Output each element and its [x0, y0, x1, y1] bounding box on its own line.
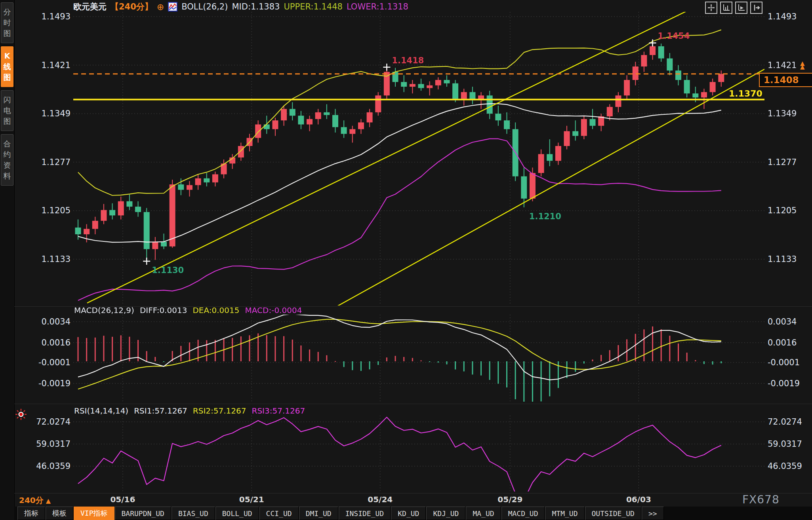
y-axis-label-right: 1.1277	[768, 158, 797, 167]
indicator-tab[interactable]: INSIDE_UD	[339, 507, 391, 520]
kline-icon[interactable]	[168, 2, 177, 11]
indicator-tab[interactable]: MACD_UD	[501, 507, 545, 520]
rsi-panel-chart[interactable]	[73, 416, 764, 492]
sidebar-item-contract-info[interactable]: 合约资料	[1, 134, 13, 186]
macd-axis-label-right: 0.0016	[768, 338, 797, 347]
macd-axis-label-right: -0.0001	[768, 358, 800, 367]
indicator-tab-bar: 指标模板VIP指标BARUPDN_UDBIAS_UDBOLL_UDCCI_UDD…	[14, 507, 812, 520]
trading-terminal: 分时图K线图闪电图合约资料 欧元美元 【240分】 ⊕ BOLL(26,2) M…	[0, 0, 812, 520]
boll-upper-value: UPPER:1.1448	[284, 2, 342, 11]
indicator-tab[interactable]: >>	[642, 507, 664, 520]
y-axis-label-left: 1.1493	[35, 12, 71, 21]
indicator-tab[interactable]: DMI_UD	[299, 507, 338, 520]
indicator-tab[interactable]: MA_UD	[466, 507, 501, 520]
macd-header: MACD(26,12,9) DIFF:0.0013 DEA:0.0015 MAC…	[74, 306, 302, 315]
indicator-tab[interactable]: BOLL_UD	[215, 507, 259, 520]
x-axis-date-label: 06/03	[626, 495, 651, 504]
y-axis-label-right: 1.1349	[768, 109, 797, 118]
sidebar-item-kline-chart[interactable]: K线图	[1, 46, 13, 87]
y-axis-label-left: 1.1277	[35, 158, 71, 167]
period-badge[interactable]: 【240分】	[111, 1, 153, 12]
chevron-up-icon: ▲	[46, 497, 51, 505]
macd-label: MACD(26,12,9)	[74, 306, 134, 315]
indicator-tab[interactable]: VIP指标	[74, 507, 114, 520]
indicator-tab[interactable]: MTM_UD	[545, 507, 584, 520]
macd-axis-label-left: -0.0019	[35, 379, 71, 388]
indicator-tab[interactable]: BARUPDN_UD	[115, 507, 171, 520]
support-price-label: 1.1370	[729, 89, 762, 99]
y-axis-label-left: 1.1421	[35, 61, 71, 70]
boll-lower-value: LOWER:1.1318	[347, 2, 408, 11]
x-axis-date-label: 05/29	[497, 495, 522, 504]
indicator-tab[interactable]: 模板	[46, 507, 73, 520]
rsi-axis-label-right: 72.0274	[768, 417, 802, 427]
boll-mid-value: MID:1.1383	[232, 2, 280, 11]
indicator-tab[interactable]: 指标	[17, 507, 45, 520]
rsi-label: RSI(14,14,14)	[74, 406, 128, 416]
circle-plus-icon[interactable]: ⊕	[157, 2, 164, 12]
y-axis-label-left: 1.1349	[35, 109, 71, 118]
boll-label: BOLL(26,2)	[181, 2, 228, 11]
macd-value: MACD:-0.0004	[245, 306, 302, 315]
y-axis-label-right: 1.1133	[768, 254, 797, 264]
macd-diff-value: DIFF:0.0013	[140, 306, 187, 315]
rsi-axis-label-right: 46.0359	[768, 461, 802, 471]
indicator-tab[interactable]: KD_UD	[391, 507, 426, 520]
price-up-arrow-icon: ▲▲	[800, 62, 805, 69]
main-candlestick-chart[interactable]	[73, 12, 764, 306]
chart-header: 欧元美元 【240分】 ⊕ BOLL(26,2) MID:1.1383 UPPE…	[73, 1, 408, 12]
rsi3-value: RSI3:57.1267	[252, 406, 305, 416]
rsi-axis-label-left: 46.0359	[35, 461, 71, 471]
indicator-tab[interactable]: OUTSIDE_UD	[585, 507, 641, 520]
macd-dea-value: DEA:0.0015	[193, 306, 239, 315]
macd-axis-label-right: -0.0019	[768, 379, 800, 388]
sidebar-item-flash-chart[interactable]: 闪电图	[1, 90, 13, 131]
y-axis-label-left: 1.1133	[35, 254, 71, 264]
symbol-title: 欧元美元	[73, 1, 107, 12]
indicator-tab[interactable]: BIAS_UD	[172, 507, 215, 520]
rsi-header: RSI(14,14,14) RSI1:57.1267 RSI2:57.1267 …	[74, 406, 305, 416]
rsi-axis-label-left: 59.0317	[35, 439, 71, 449]
macd-axis-label-right: 0.0034	[768, 317, 797, 326]
rsi-axis-label-left: 72.0274	[35, 417, 71, 427]
rsi-axis-label-right: 59.0317	[768, 439, 802, 449]
indicator-tab[interactable]: CCI_UD	[259, 507, 299, 520]
macd-panel-chart[interactable]	[73, 315, 764, 402]
sidebar: 分时图K线图闪电图合约资料	[0, 0, 15, 520]
rsi2-value: RSI2:57.1267	[193, 406, 246, 416]
watermark: FX678	[742, 493, 780, 506]
macd-axis-label-left: 0.0016	[35, 338, 71, 347]
alarm-sun-icon[interactable]	[15, 408, 27, 420]
x-axis-date-label: 05/21	[239, 495, 264, 504]
macd-axis-label-left: -0.0001	[35, 358, 71, 367]
y-axis-label-left: 1.1205	[35, 206, 71, 215]
macd-axis-label-left: 0.0034	[35, 317, 71, 326]
rsi1-value: RSI1:57.1267	[134, 406, 187, 416]
current-price-box[interactable]: 1.1408	[759, 73, 812, 87]
y-axis-label-right: 1.1493	[768, 12, 797, 21]
y-axis-label-right: 1.1421	[768, 61, 797, 70]
y-axis-label-right: 1.1205	[768, 206, 797, 215]
indicator-tab[interactable]: KDJ_UD	[426, 507, 465, 520]
sidebar-item-time-chart[interactable]: 分时图	[1, 2, 13, 43]
x-axis-date-label: 05/24	[368, 495, 393, 504]
x-axis-date-label: 05/16	[110, 495, 135, 504]
timeframe-selector[interactable]: 240分▲	[19, 495, 51, 506]
